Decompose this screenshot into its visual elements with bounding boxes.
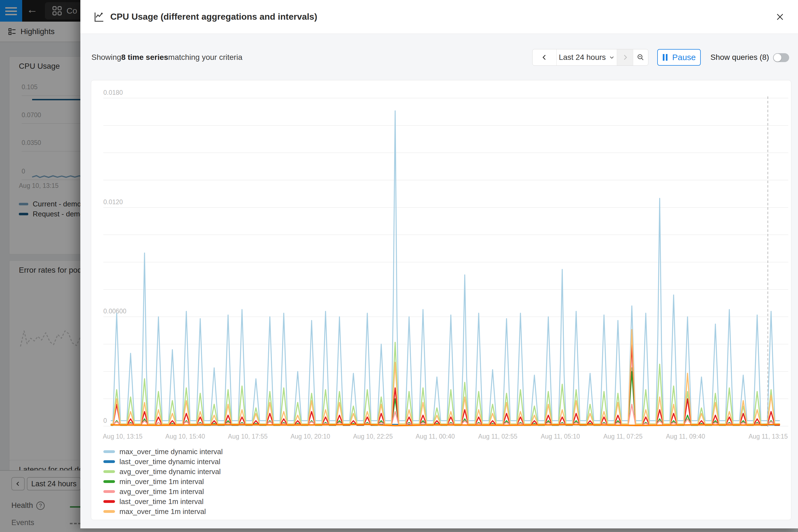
legend-item[interactable]: avg_over_time 1m interval (103, 487, 223, 496)
show-queries-label: Show queries (8) (710, 49, 769, 66)
svg-text:Aug 11, 05:10: Aug 11, 05:10 (541, 433, 580, 440)
svg-text:Aug 10, 17:55: Aug 10, 17:55 (228, 433, 268, 440)
legend-item[interactable]: max_over_time dynamic interval (103, 446, 223, 457)
svg-text:0.0120: 0.0120 (103, 198, 123, 206)
modal-header: CPU Usage (different aggregations and in… (80, 0, 798, 34)
svg-text:Aug 11, 09:40: Aug 11, 09:40 (666, 433, 705, 440)
legend-label: min_over_time 1m interval (119, 477, 204, 486)
svg-text:Aug 10, 13:15: Aug 10, 13:15 (103, 433, 142, 440)
zoom-out-icon (637, 54, 645, 61)
close-icon (776, 13, 784, 21)
legend-label: avg_over_time 1m interval (119, 488, 204, 496)
svg-text:Aug 11, 00:40: Aug 11, 00:40 (416, 433, 455, 440)
time-range-control: Last 24 hours (532, 49, 648, 66)
legend-label: avg_over_time dynamic interval (119, 468, 221, 476)
zoom-out-button[interactable] (633, 49, 648, 65)
svg-text:0.00600: 0.00600 (103, 307, 126, 315)
legend-item[interactable]: avg_over_time dynamic interval (103, 467, 223, 477)
time-range-dropdown[interactable]: Last 24 hours (556, 49, 617, 65)
legend-swatch (103, 460, 115, 463)
legend-item[interactable]: last_over_time 1m interval (103, 496, 223, 507)
legend-label: max_over_time 1m interval (119, 507, 206, 516)
modal-title: CPU Usage (different aggregations and in… (110, 12, 317, 22)
time-forward-button[interactable] (617, 49, 633, 65)
legend-swatch (103, 480, 115, 483)
series-summary: Showing 8 time series matching your crit… (92, 49, 243, 66)
svg-text:Aug 11, 02:55: Aug 11, 02:55 (478, 433, 518, 440)
svg-text:0: 0 (103, 417, 107, 424)
legend-swatch (103, 490, 115, 493)
legend-swatch (103, 500, 115, 503)
close-button[interactable] (773, 10, 787, 24)
legend-item[interactable]: last_over_time dynamic interval (103, 457, 223, 467)
svg-text:0.0180: 0.0180 (103, 89, 123, 96)
svg-text:Aug 10, 15:40: Aug 10, 15:40 (166, 433, 205, 440)
modal-dialog: CPU Usage (different aggregations and in… (80, 0, 798, 528)
svg-text:Aug 10, 22:25: Aug 10, 22:25 (353, 433, 393, 440)
chevron-left-icon (543, 55, 545, 60)
chart-panel: 00.006000.01200.0180Aug 10, 13:15Aug 10,… (91, 80, 791, 520)
legend-item[interactable]: max_over_time 1m interval (103, 507, 223, 516)
legend-label: max_over_time dynamic interval (119, 448, 223, 456)
svg-text:Aug 11, 07:25: Aug 11, 07:25 (603, 433, 643, 440)
line-chart-icon (93, 11, 105, 23)
time-back-button[interactable] (533, 49, 556, 65)
modal-body: Showing 8 time series matching your crit… (80, 34, 798, 528)
svg-text:Aug 11, 13:15: Aug 11, 13:15 (748, 433, 788, 440)
pause-icon (662, 54, 668, 61)
legend-swatch (103, 510, 115, 513)
chevron-down-icon (609, 55, 614, 60)
chart-legend: max_over_time dynamic intervallast_over_… (103, 446, 223, 516)
legend-label: last_over_time dynamic interval (119, 457, 220, 466)
show-queries-toggle[interactable] (773, 53, 789, 62)
svg-text:Aug 10, 20:10: Aug 10, 20:10 (290, 433, 330, 440)
pause-button[interactable]: Pause (657, 49, 701, 66)
legend-swatch (103, 450, 115, 453)
legend-item[interactable]: min_over_time 1m interval (103, 477, 223, 487)
legend-swatch (103, 470, 115, 473)
legend-label: last_over_time 1m interval (119, 497, 203, 506)
chevron-right-icon (624, 55, 626, 60)
